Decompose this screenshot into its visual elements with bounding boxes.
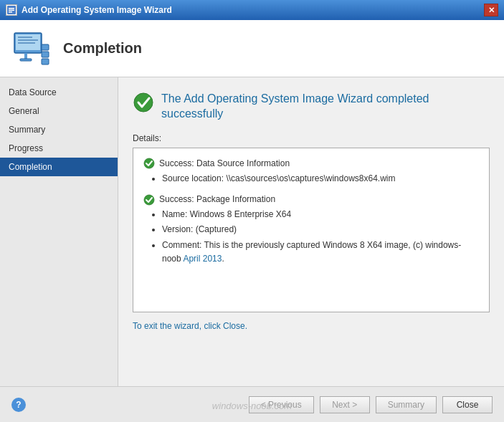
close-button[interactable]: ✕ bbox=[484, 4, 498, 16]
svg-rect-9 bbox=[24, 53, 27, 59]
detail-success-line-1: Success: Data Source Information bbox=[143, 157, 479, 171]
title-bar: Add Operating System Image Wizard ✕ bbox=[0, 0, 504, 20]
title-bar-title: Add Operating System Image Wizard bbox=[22, 5, 484, 15]
entry2-heading: Success: Package Information bbox=[159, 193, 275, 206]
svg-rect-8 bbox=[18, 42, 35, 44]
content-panel: The Add Operating System Image Wizard co… bbox=[118, 77, 504, 386]
entry2-bullets: Name: Windows 8 Enterprise X64 Version: … bbox=[162, 208, 479, 266]
next-button[interactable]: Next > bbox=[320, 396, 370, 413]
sidebar-item-data-source[interactable]: Data Source bbox=[0, 83, 118, 102]
details-box: Success: Data Source Information Source … bbox=[133, 148, 490, 312]
wizard-icon bbox=[11, 29, 52, 69]
header-area: Completion bbox=[0, 20, 504, 77]
entry2-bullet-1: Version: (Captured) bbox=[162, 223, 479, 236]
details-label: Details: bbox=[133, 133, 490, 143]
watermark: windows-noob.com bbox=[212, 401, 292, 411]
svg-rect-13 bbox=[42, 59, 49, 64]
entry1-heading: Success: Data Source Information bbox=[159, 157, 290, 171]
help-button[interactable]: ? bbox=[11, 398, 26, 412]
sidebar-item-progress[interactable]: Progress bbox=[0, 139, 118, 158]
detail-entry-2: Success: Package Information Name: Windo… bbox=[143, 193, 479, 266]
success-icon bbox=[133, 92, 154, 113]
bottom-bar-left: ? bbox=[11, 398, 243, 412]
svg-rect-10 bbox=[20, 59, 32, 61]
svg-rect-2 bbox=[9, 10, 14, 11]
svg-rect-7 bbox=[18, 39, 38, 41]
close-wizard-button[interactable]: Close bbox=[442, 396, 493, 413]
svg-point-14 bbox=[134, 93, 153, 112]
entry2-bullet-2: Comment: This is the previously captured… bbox=[162, 239, 479, 266]
main-area: Data Source General Summary Progress Com… bbox=[0, 77, 504, 386]
svg-rect-11 bbox=[42, 44, 49, 50]
sidebar: Data Source General Summary Progress Com… bbox=[0, 77, 118, 386]
svg-rect-1 bbox=[9, 8, 14, 9]
sidebar-item-general[interactable]: General bbox=[0, 102, 118, 120]
svg-rect-3 bbox=[9, 11, 12, 13]
success-title: The Add Operating System Image Wizard co… bbox=[161, 92, 490, 122]
entry1-bullet-0: Source location: \\cas\sources\os\captur… bbox=[162, 172, 479, 186]
bottom-bar: ? windows-noob.com < Previous Next > Sum… bbox=[0, 386, 504, 422]
title-bar-icon bbox=[6, 4, 17, 16]
svg-rect-12 bbox=[42, 52, 49, 57]
detail-entry-1: Success: Data Source Information Source … bbox=[143, 157, 479, 186]
exit-note: To exit the wizard, click Close. bbox=[133, 321, 490, 331]
success-heading: The Add Operating System Image Wizard co… bbox=[133, 92, 490, 122]
summary-button[interactable]: Summary bbox=[376, 396, 437, 413]
sidebar-item-completion[interactable]: Completion bbox=[0, 158, 118, 176]
entry2-bullet-0: Name: Windows 8 Enterprise X64 bbox=[162, 208, 479, 221]
svg-rect-6 bbox=[18, 37, 32, 38]
sidebar-item-summary[interactable]: Summary bbox=[0, 120, 118, 139]
header-title: Completion bbox=[63, 40, 142, 57]
detail-success-line-2: Success: Package Information bbox=[143, 193, 479, 206]
entry1-bullets: Source location: \\cas\sources\os\captur… bbox=[162, 172, 479, 186]
comment-highlight: April 2013 bbox=[183, 254, 222, 264]
